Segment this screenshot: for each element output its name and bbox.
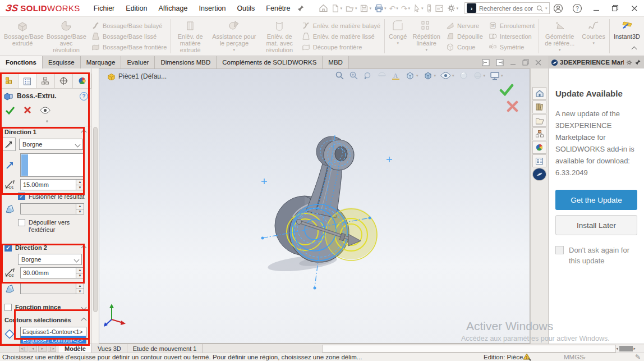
hole-wizard-button[interactable]: Assistance pour le perçage ▾ (211, 19, 257, 54)
horizontal-scrollbar[interactable]: ◂ ▸ (616, 345, 644, 353)
previous-view-icon[interactable] (363, 71, 372, 80)
spin-down-icon[interactable]: ▼ (76, 289, 84, 294)
pm-splitter[interactable] (0, 117, 91, 126)
search-icon[interactable] (536, 4, 544, 12)
contours-listbox[interactable]: Esquisse1-Contour<1> Esquisse1-Contour<2… (20, 327, 86, 345)
undo-button[interactable]: ↶▾ (389, 3, 399, 13)
doc-restore-icon[interactable] (522, 59, 529, 66)
mirror-button[interactable]: Symétrie (489, 43, 535, 51)
settings-caret[interactable]: ▾ (457, 6, 459, 10)
last-tab-icon[interactable]: ❘▸ (48, 345, 56, 352)
cut-loft-button[interactable]: Enlèv. de matière lissé (302, 32, 380, 40)
cut-boundary-button[interactable]: Découpe frontière (302, 43, 380, 51)
scroll-left-icon[interactable]: ◂ (616, 346, 618, 351)
fillet-button[interactable]: Congé ▾ (389, 19, 407, 54)
3d-part-model[interactable] (236, 127, 438, 295)
help-circle-icon[interactable]: ? (80, 92, 88, 100)
tab-marquage[interactable]: Marquage (81, 56, 122, 68)
shell-button[interactable]: Coque (446, 43, 483, 51)
hide-show-caret[interactable]: ▾ (452, 74, 454, 77)
cut-revolve-button[interactable]: Enlèv. de mat. avec révolution (263, 19, 296, 54)
menu-fenetre[interactable]: Fenêtre (266, 4, 290, 12)
direction1-endcondition-select[interactable]: Borgne (19, 139, 83, 150)
menu-fichier[interactable]: Fichier (94, 4, 115, 12)
preview-eye-button[interactable] (40, 107, 50, 114)
tab-fonctions[interactable]: Fonctions (0, 56, 43, 68)
prev-tab-icon[interactable]: ◂ (29, 345, 37, 352)
reference-geometry-caret[interactable]: ▾ (559, 48, 561, 52)
home-button[interactable] (318, 3, 329, 13)
reverse-direction-button[interactable] (2, 138, 16, 151)
tab-propertymanager[interactable] (19, 74, 37, 88)
scrollbar-thumb[interactable] (619, 346, 633, 351)
first-tab-icon[interactable]: ◂❘ (19, 345, 27, 352)
view-settings-caret[interactable]: ▾ (501, 74, 503, 77)
pm-scrollbar-thumb[interactable] (93, 127, 98, 312)
view-settings-icon[interactable]: ▾ (490, 71, 503, 80)
undo-caret[interactable]: ▾ (396, 6, 398, 10)
thin-feature-header[interactable]: Fonction mince (0, 301, 91, 311)
direction2-depth-input[interactable]: 30.00mm ▲▼ (20, 267, 84, 278)
view-orientation-caret[interactable]: ▾ (416, 74, 418, 77)
merge-result-checkbox[interactable]: ✓ (18, 193, 25, 200)
menu-edition[interactable]: Edition (126, 4, 147, 12)
annotation-style-icon[interactable]: A (391, 71, 401, 80)
boss-extrude-button[interactable]: Bossage/Base extrudé (4, 19, 41, 54)
confirmation-ok-icon[interactable] (499, 84, 514, 96)
select-caret[interactable]: ▾ (421, 6, 424, 10)
edit-appearance-icon[interactable] (459, 71, 468, 80)
taskpane-custom-properties-tab[interactable] (532, 154, 546, 167)
tab-dimensions-mbd[interactable]: Dimensions MBD (155, 56, 217, 68)
taskpane-design-library-tab[interactable] (532, 100, 546, 113)
display-style-icon[interactable]: ▾ (423, 71, 436, 80)
intersect-button[interactable]: Intersection (489, 32, 535, 40)
search-input[interactable] (478, 4, 534, 12)
next-tab-icon[interactable]: ▸ (38, 345, 47, 352)
spin-down-icon[interactable]: ▼ (76, 209, 84, 214)
direction1-reference-box[interactable] (20, 153, 84, 177)
taskpane-appearances-tab[interactable] (532, 141, 546, 154)
tab-evaluer[interactable]: Evaluer (121, 56, 155, 68)
tab-vues-3d[interactable]: Vues 3D (92, 344, 127, 353)
curves-caret[interactable]: ▾ (592, 41, 595, 45)
direction1-depth-input[interactable]: 15.00mm ▲▼ (20, 179, 84, 190)
menu-insertion[interactable]: Insertion (199, 4, 226, 12)
sketch-warning-icon[interactable]: ! (523, 353, 532, 361)
cut-sweep-button[interactable]: Enlèv. de matière balayé (302, 21, 380, 30)
tab-dimxpertmanager[interactable] (55, 74, 73, 88)
direction2-depth-spinner[interactable]: ▲▼ (76, 268, 84, 278)
marketplace-pin-icon[interactable] (634, 59, 641, 66)
select-button[interactable]: ▾ (412, 3, 424, 13)
contour-item-1[interactable]: Esquisse1-Contour<1> (21, 327, 86, 336)
wrap-button[interactable]: abEnroulement (489, 21, 535, 30)
units-caret[interactable]: ▾ (583, 356, 586, 360)
direction2-collapse-chevron[interactable] (81, 245, 87, 250)
dock-pane-left-icon[interactable] (482, 59, 490, 66)
direction1-depth-spinner[interactable]: ▲▼ (76, 180, 84, 190)
selection-filter-toggle[interactable] (426, 3, 433, 13)
zoom-area-icon[interactable] (349, 71, 358, 80)
reference-geometry-button[interactable]: Géométrie de référe... ▾ (543, 19, 576, 54)
spin-up-icon[interactable]: ▲ (76, 180, 84, 185)
new-document-caret[interactable]: ▾ (340, 6, 342, 10)
spin-up-icon[interactable]: ▲ (76, 284, 84, 289)
graphics-viewport[interactable]: Pièce1 (Défau... A ▾ ▾ ▾ ▾ ▾ (99, 68, 530, 344)
tab-configurationmanager[interactable] (36, 74, 55, 88)
search-caret[interactable]: ▾ (545, 6, 548, 10)
marketplace-gear-icon[interactable] (625, 59, 633, 66)
contours-collapse-chevron[interactable] (81, 317, 87, 323)
tab-etude-mouvement[interactable]: Etude de mouvement 1 (127, 344, 203, 353)
pm-scrollbar[interactable] (91, 68, 99, 344)
dock-pane-right-icon[interactable] (496, 59, 504, 66)
print-caret[interactable]: ▾ (384, 6, 387, 10)
taskpane-3dexperience-tab[interactable] (532, 168, 546, 181)
apply-scene-caret[interactable]: ▾ (484, 74, 486, 77)
new-document-button[interactable]: ▾ (330, 3, 343, 13)
taskpane-view-palette-tab[interactable] (532, 127, 546, 140)
menu-affichage[interactable]: Affichage (159, 4, 188, 12)
view-orientation-icon[interactable]: ▾ (405, 71, 418, 80)
draft-outward-checkbox[interactable] (18, 219, 25, 226)
tab-mbd[interactable]: MBD (323, 56, 349, 68)
tab-displaymanager[interactable] (73, 74, 91, 88)
annotation-pen-icon[interactable]: ✎ (635, 353, 641, 361)
